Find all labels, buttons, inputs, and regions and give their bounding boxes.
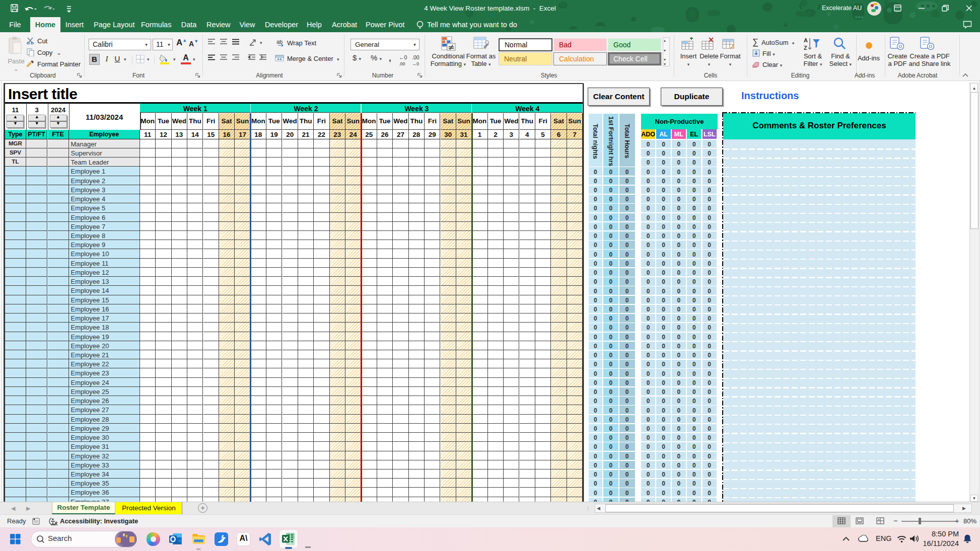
svg-text:A: A <box>804 37 808 43</box>
svg-text:Z: Z <box>804 45 807 51</box>
